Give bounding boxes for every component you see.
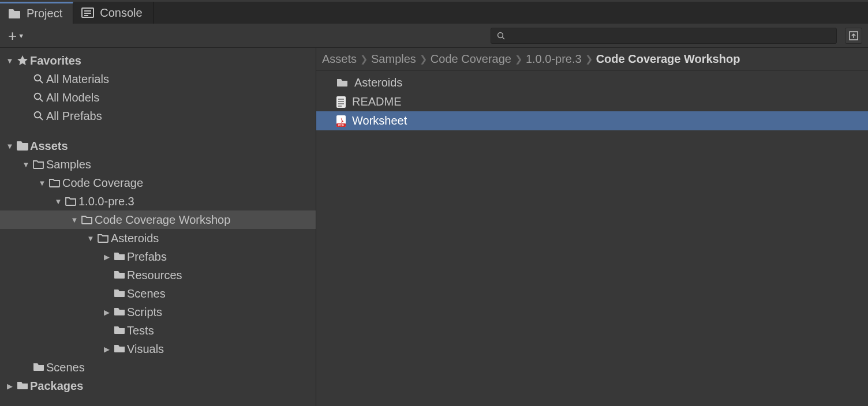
- search-input[interactable]: [508, 31, 830, 41]
- breadcrumb-item[interactable]: 1.0.0-pre.3: [526, 52, 582, 66]
- console-icon: [81, 7, 94, 18]
- expand-icon: [848, 31, 859, 41]
- search-icon: [31, 111, 46, 121]
- tree-all-models[interactable]: All Models: [0, 88, 316, 107]
- folder-open-icon: [96, 233, 111, 243]
- chevron-down-icon[interactable]: ▼: [5, 142, 15, 151]
- file-readme[interactable]: README: [316, 92, 868, 111]
- file-asteroids[interactable]: Asteroids: [316, 73, 868, 92]
- dropdown-icon: ▼: [18, 32, 24, 39]
- project-tree: ▼ Favorites All Materials All Models: [0, 48, 316, 406]
- folder-open-icon: [63, 196, 78, 206]
- tab-project[interactable]: Project: [0, 2, 73, 24]
- chevron-right-icon[interactable]: ▶: [5, 382, 15, 390]
- search-icon: [31, 74, 46, 84]
- breadcrumb-item-current[interactable]: Code Coverage Workshop: [596, 52, 740, 66]
- tab-bar: Project Console: [0, 2, 868, 24]
- content-panel: Assets ❯ Samples ❯ Code Coverage ❯ 1.0.0…: [316, 48, 868, 406]
- folder-icon: [15, 381, 30, 391]
- tree-packages[interactable]: ▶ Packages: [0, 377, 316, 395]
- tree-prefabs[interactable]: ▶ Prefabs: [0, 247, 316, 266]
- search-icon: [31, 92, 46, 103]
- tree-all-materials[interactable]: All Materials: [0, 70, 316, 88]
- search-icon: [497, 32, 505, 40]
- breadcrumb-item[interactable]: Samples: [371, 52, 416, 66]
- chevron-down-icon[interactable]: ▼: [5, 57, 15, 65]
- chevron-right-icon: ❯: [420, 54, 427, 65]
- chevron-down-icon[interactable]: ▼: [85, 234, 96, 243]
- star-icon: [15, 55, 30, 66]
- folder-open-icon: [80, 215, 95, 225]
- svg-point-12: [35, 112, 41, 118]
- add-button[interactable]: + ▼: [6, 28, 27, 43]
- tree-scripts[interactable]: ▶ Scripts: [0, 303, 316, 321]
- breadcrumb-item[interactable]: Code Coverage: [431, 52, 511, 66]
- chevron-down-icon[interactable]: ▼: [69, 216, 80, 224]
- folder-icon: [8, 9, 21, 19]
- plus-icon: +: [8, 28, 17, 43]
- tab-console[interactable]: Console: [73, 2, 153, 24]
- tree-samples[interactable]: ▼ Samples: [0, 155, 316, 174]
- pdf-file-icon: PDF: [336, 115, 346, 127]
- chevron-right-icon[interactable]: ▶: [102, 253, 112, 261]
- file-list: Asteroids README PDF Worksheet: [316, 71, 868, 406]
- svg-text:PDF: PDF: [338, 123, 344, 127]
- tab-console-label: Console: [100, 6, 142, 20]
- folder-open-icon: [47, 178, 62, 188]
- tree-scenes2[interactable]: Scenes: [0, 358, 316, 377]
- chevron-right-icon: ❯: [585, 54, 593, 65]
- chevron-right-icon[interactable]: ▶: [102, 345, 112, 354]
- folder-icon: [15, 141, 30, 151]
- folder-icon: [31, 362, 46, 373]
- folder-icon: [112, 288, 127, 299]
- tree-resources[interactable]: Resources: [0, 266, 316, 284]
- text-file-icon: [336, 96, 346, 108]
- chevron-down-icon[interactable]: ▼: [53, 197, 63, 206]
- svg-point-8: [35, 75, 41, 81]
- folder-icon: [112, 344, 127, 354]
- tree-version[interactable]: ▼ 1.0.0-pre.3: [0, 192, 316, 210]
- tree-all-prefabs[interactable]: All Prefabs: [0, 107, 316, 125]
- tree-tests[interactable]: Tests: [0, 321, 316, 340]
- chevron-right-icon: ❯: [360, 54, 368, 65]
- breadcrumb-item[interactable]: Assets: [322, 52, 357, 66]
- svg-point-4: [498, 32, 503, 37]
- tree-code-coverage[interactable]: ▼ Code Coverage: [0, 174, 316, 192]
- tree-asteroids[interactable]: ▼ Asteroids: [0, 229, 316, 247]
- svg-point-10: [35, 93, 41, 100]
- svg-line-9: [40, 80, 43, 83]
- chevron-down-icon[interactable]: ▼: [21, 160, 31, 169]
- chevron-down-icon[interactable]: ▼: [37, 179, 47, 187]
- svg-line-11: [40, 99, 43, 102]
- tab-project-label: Project: [27, 7, 62, 20]
- svg-line-13: [40, 117, 43, 120]
- folder-icon: [112, 251, 127, 262]
- tree-scenes[interactable]: Scenes: [0, 284, 316, 303]
- tree-assets[interactable]: ▼ Assets: [0, 137, 316, 155]
- breadcrumb: Assets ❯ Samples ❯ Code Coverage ❯ 1.0.0…: [316, 48, 868, 71]
- folder-open-icon: [31, 159, 46, 170]
- tree-favorites[interactable]: ▼ Favorites: [0, 51, 316, 70]
- search-field[interactable]: [491, 28, 837, 44]
- file-worksheet[interactable]: PDF Worksheet: [316, 111, 868, 130]
- folder-icon: [336, 78, 349, 88]
- svg-line-5: [503, 37, 505, 39]
- folder-icon: [112, 325, 127, 336]
- chevron-right-icon: ❯: [515, 54, 522, 65]
- tree-visuals[interactable]: ▶ Visuals: [0, 340, 316, 358]
- hidden-packages-button[interactable]: [845, 28, 862, 44]
- chevron-right-icon[interactable]: ▶: [102, 308, 112, 317]
- folder-icon: [112, 307, 127, 317]
- folder-icon: [112, 270, 127, 280]
- toolbar: + ▼: [0, 24, 868, 48]
- tree-workshop[interactable]: ▼ Code Coverage Workshop: [0, 210, 316, 229]
